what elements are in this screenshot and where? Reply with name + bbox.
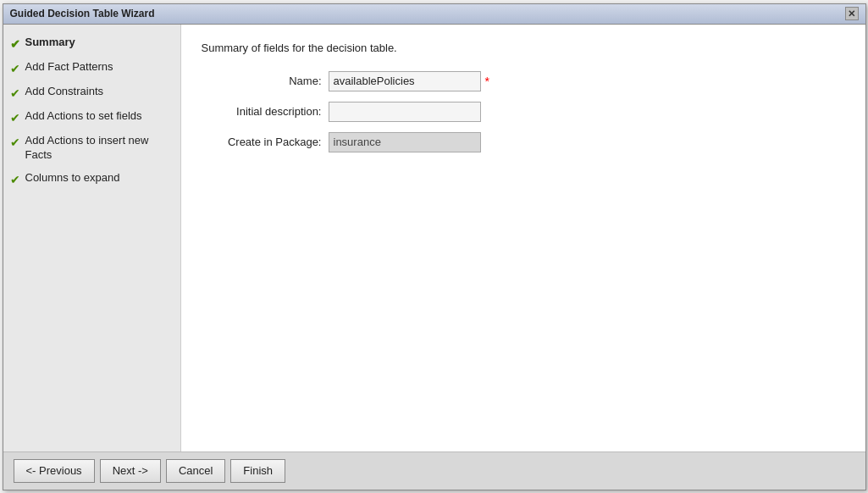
package-input[interactable] xyxy=(329,132,481,152)
check-icon-summary: ✔ xyxy=(10,36,20,52)
check-icon-actions-insert: ✔ xyxy=(10,135,20,150)
required-indicator: * xyxy=(485,75,489,88)
name-label: Name: xyxy=(202,75,329,87)
sidebar-item-summary[interactable]: ✔ Summary xyxy=(3,31,180,56)
package-row: Create in Package: xyxy=(202,132,845,152)
previous-button[interactable]: <- Previous xyxy=(14,459,95,483)
next-button[interactable]: Next -> xyxy=(100,459,161,483)
cancel-button[interactable]: Cancel xyxy=(166,459,225,483)
name-row: Name: * xyxy=(202,71,845,91)
close-button[interactable]: ✕ xyxy=(845,7,859,20)
sidebar-item-add-constraints[interactable]: ✔ Add Constraints xyxy=(3,80,180,105)
sidebar-item-add-actions-insert[interactable]: ✔ Add Actions to insert new Facts xyxy=(3,130,180,167)
initial-description-input[interactable] xyxy=(329,102,481,122)
sidebar-item-label-columns-expand: Columns to expand xyxy=(25,171,120,186)
sidebar-item-add-fact-patterns[interactable]: ✔ Add Fact Patterns xyxy=(3,56,180,80)
sidebar-item-label-fact-patterns: Add Fact Patterns xyxy=(25,60,113,75)
initial-description-label: Initial description: xyxy=(202,105,329,118)
check-icon-actions-set: ✔ xyxy=(10,110,20,125)
sidebar-item-label-actions-insert: Add Actions to insert new Facts xyxy=(25,134,174,163)
dialog-title: Guided Decision Table Wizard xyxy=(10,8,155,19)
name-input[interactable] xyxy=(329,71,481,91)
check-icon-columns-expand: ✔ xyxy=(10,172,20,187)
sidebar-item-add-actions-set[interactable]: ✔ Add Actions to set fields xyxy=(3,105,180,130)
initial-description-row: Initial description: xyxy=(202,102,845,122)
main-content: Summary of fields for the decision table… xyxy=(181,25,865,451)
main-description: Summary of fields for the decision table… xyxy=(202,42,845,54)
title-bar: Guided Decision Table Wizard ✕ xyxy=(3,4,865,25)
sidebar-item-label-summary: Summary xyxy=(25,36,75,50)
dialog-body: ✔ Summary ✔ Add Fact Patterns ✔ Add Cons… xyxy=(3,25,865,451)
check-icon-constraints: ✔ xyxy=(10,86,20,101)
check-icon-fact-patterns: ✔ xyxy=(10,61,20,76)
sidebar-item-columns-expand[interactable]: ✔ Columns to expand xyxy=(3,167,180,191)
sidebar-item-label-constraints: Add Constraints xyxy=(25,85,104,99)
package-label: Create in Package: xyxy=(202,136,329,148)
wizard-dialog: Guided Decision Table Wizard ✕ ✔ Summary… xyxy=(3,3,866,490)
sidebar: ✔ Summary ✔ Add Fact Patterns ✔ Add Cons… xyxy=(3,25,181,451)
finish-button[interactable]: Finish xyxy=(230,459,285,483)
sidebar-item-label-actions-set: Add Actions to set fields xyxy=(25,109,142,124)
footer: <- Previous Next -> Cancel Finish xyxy=(3,451,865,490)
